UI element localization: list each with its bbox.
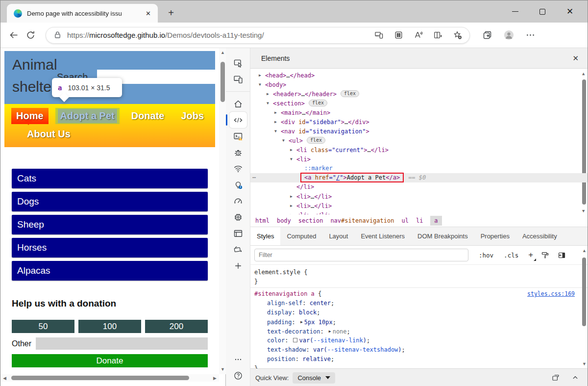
scroll-right-icon[interactable]: ▶ bbox=[213, 376, 217, 381]
tab-layout[interactable]: Layout bbox=[322, 227, 354, 245]
dom-node[interactable]: ▶<head>…</head> bbox=[250, 71, 588, 80]
tab-accessibility[interactable]: Accessibility bbox=[516, 227, 564, 245]
apps-launcher-button[interactable] bbox=[391, 27, 406, 44]
console-icon[interactable] bbox=[229, 128, 247, 144]
nav-link-jobs[interactable]: Jobs bbox=[176, 108, 209, 124]
dom-node[interactable]: ▼<ul>flex bbox=[250, 136, 588, 145]
toggle-class-state[interactable]: .cls bbox=[504, 252, 518, 259]
paint-roller-icon[interactable] bbox=[541, 251, 549, 259]
amount-button-50[interactable]: 50 bbox=[12, 320, 74, 333]
minimize-button[interactable] bbox=[501, 0, 529, 23]
collapse-node-icon[interactable]: ▼ bbox=[274, 127, 281, 136]
tab-properties[interactable]: Properties bbox=[474, 227, 516, 245]
tab-computed[interactable]: Computed bbox=[280, 227, 322, 245]
vertical-scroll-thumb[interactable] bbox=[220, 62, 225, 102]
dom-node[interactable]: </li> bbox=[250, 182, 588, 192]
animal-button-sheep[interactable]: Sheep bbox=[12, 215, 208, 234]
elements-icon[interactable] bbox=[229, 112, 247, 128]
styles-scrollbar[interactable]: ▲ ▼ bbox=[581, 249, 587, 366]
css-property-color[interactable]: color: var(--sitenav-link); bbox=[254, 336, 588, 345]
breadcrumb-ul[interactable]: ul bbox=[401, 217, 408, 224]
flex-badge[interactable]: flex bbox=[341, 90, 359, 97]
expand-node-icon[interactable]: ▶ bbox=[274, 117, 281, 127]
horizontal-scroll-thumb[interactable] bbox=[11, 376, 189, 380]
more-tools-icon[interactable] bbox=[229, 351, 247, 367]
browser-tab[interactable]: Demo page with accessibility issu ✕ bbox=[7, 4, 158, 23]
styles-scroll-up-icon[interactable]: ▲ bbox=[582, 249, 587, 253]
scroll-left-icon[interactable]: ◀ bbox=[3, 376, 6, 381]
address-bar[interactable]: https://microsoftedge.github.io/Demos/de… bbox=[46, 27, 470, 44]
page-horizontal-scrollbar[interactable]: ◀ ▶ bbox=[0, 374, 219, 382]
css-property-padding[interactable]: padding: ▶5px 10px; bbox=[254, 317, 588, 327]
animal-button-cats[interactable]: Cats bbox=[12, 169, 208, 188]
dom-node[interactable]: ⋯<a href="/">Adopt a Pet</a>== $0 bbox=[250, 173, 588, 182]
breadcrumb-nav[interactable]: nav#sitenavigation bbox=[330, 217, 394, 224]
styles-scroll-thumb[interactable] bbox=[582, 257, 586, 326]
collapse-node-icon[interactable]: ▼ bbox=[267, 99, 273, 108]
read-aloud-button[interactable] bbox=[411, 27, 425, 44]
breadcrumb-html[interactable]: html bbox=[255, 217, 270, 224]
animal-button-dogs[interactable]: Dogs bbox=[12, 192, 208, 211]
immersive-reader-button[interactable] bbox=[430, 27, 445, 44]
dom-node[interactable]: ▼<nav id="sitenavigation"> bbox=[250, 127, 588, 136]
back-button[interactable] bbox=[5, 27, 22, 44]
tab-event-listeners[interactable]: Event Listeners bbox=[354, 227, 411, 245]
add-tools-icon[interactable] bbox=[229, 257, 247, 274]
close-button[interactable]: ✕ bbox=[556, 0, 584, 23]
flex-badge[interactable]: flex bbox=[309, 100, 327, 106]
css-overview-icon[interactable] bbox=[229, 241, 247, 257]
page-vertical-scrollbar[interactable]: ▲ ▼ bbox=[219, 48, 226, 374]
css-property-align-self[interactable]: align-self: center; bbox=[254, 299, 588, 308]
scroll-up-icon[interactable]: ▲ bbox=[220, 51, 225, 55]
dom-node[interactable]: ▶<li class="current">…</li> bbox=[250, 145, 588, 154]
chevron-up-icon[interactable] bbox=[571, 373, 580, 382]
memory-icon[interactable] bbox=[229, 209, 247, 225]
dom-node[interactable]: ▼<li> bbox=[250, 154, 588, 164]
amount-button-100[interactable]: 100 bbox=[78, 320, 141, 333]
other-amount-input[interactable] bbox=[36, 337, 208, 350]
maximize-button[interactable] bbox=[529, 0, 556, 23]
dom-node[interactable]: ▶<li>…</li> bbox=[250, 210, 588, 214]
dom-node[interactable]: ▶<div id="sidebar">…</div> bbox=[250, 117, 588, 127]
tab-close-icon[interactable]: ✕ bbox=[144, 9, 153, 18]
new-style-rule-button[interactable]: + bbox=[528, 250, 533, 260]
dom-node[interactable]: ▶<header>…</header>flex bbox=[250, 89, 588, 99]
tab-styles[interactable]: Styles bbox=[250, 227, 280, 245]
collapse-node-icon[interactable]: ▼ bbox=[282, 136, 289, 145]
donate-button[interactable]: Donate bbox=[12, 354, 208, 367]
nav-link-donate[interactable]: Donate bbox=[126, 108, 170, 124]
toggle-sidebar-icon[interactable] bbox=[558, 251, 566, 259]
dom-node[interactable]: ▼<body> bbox=[250, 80, 588, 89]
inline-style-rule[interactable]: element.style { bbox=[254, 268, 588, 277]
dom-node[interactable]: ▶<li>…</li> bbox=[250, 192, 588, 201]
network-icon[interactable] bbox=[229, 160, 247, 177]
animal-button-alpacas[interactable]: Alpacas bbox=[12, 261, 208, 281]
dom-node[interactable]: ▶<main>…</main> bbox=[250, 108, 588, 117]
css-property-text-shadow[interactable]: text-shadow: var(--sitenav-textshadow); bbox=[254, 345, 588, 355]
nav-link-about-us[interactable]: About Us bbox=[22, 126, 75, 142]
flex-badge[interactable]: flex bbox=[307, 137, 325, 144]
issues-icon[interactable] bbox=[229, 177, 247, 193]
send-to-devices-button[interactable] bbox=[371, 27, 386, 44]
application-icon[interactable] bbox=[229, 225, 247, 241]
expand-node-icon[interactable]: ▶ bbox=[274, 108, 281, 117]
css-property-text-decoration[interactable]: text-decoration: ▶none; bbox=[254, 327, 588, 336]
nav-link-home[interactable]: Home bbox=[11, 108, 49, 124]
refresh-button[interactable] bbox=[22, 27, 39, 44]
collapse-node-icon[interactable]: ▼ bbox=[259, 80, 265, 89]
breadcrumb-a[interactable]: a bbox=[430, 216, 441, 226]
performance-icon[interactable] bbox=[229, 193, 247, 209]
quick-view-selector[interactable]: Console bbox=[293, 372, 335, 384]
add-favorite-button[interactable] bbox=[450, 27, 465, 44]
toggle-hover-state[interactable]: :hov bbox=[479, 252, 493, 259]
animal-button-horses[interactable]: Horses bbox=[12, 238, 208, 257]
home-icon[interactable] bbox=[229, 96, 247, 112]
collections-button[interactable] bbox=[479, 27, 495, 44]
inspect-icon[interactable] bbox=[229, 55, 247, 71]
collapse-node-icon[interactable]: ▼ bbox=[290, 154, 296, 164]
css-property-position[interactable]: position: relative; bbox=[254, 355, 588, 364]
expand-node-icon[interactable]: ▶ bbox=[290, 192, 296, 201]
dom-node[interactable]: ▶<li>…</li> bbox=[250, 201, 588, 210]
dom-node[interactable]: ::marker bbox=[250, 164, 588, 173]
styles-scroll-down-icon[interactable]: ▼ bbox=[582, 362, 587, 366]
